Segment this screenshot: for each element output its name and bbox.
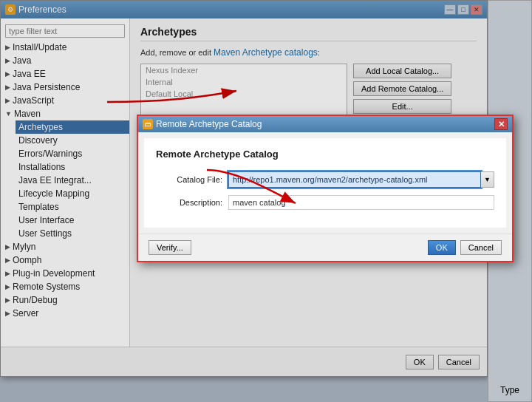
catalog-file-label: Catalog File: bbox=[156, 175, 222, 184]
catalog-file-row: Catalog File: ▼ bbox=[156, 171, 494, 188]
dialog-cancel-button[interactable]: Cancel bbox=[460, 240, 502, 255]
catalog-file-input[interactable] bbox=[228, 171, 481, 188]
dialog-title-left: 🗃 Remote Archetype Catalog bbox=[143, 119, 262, 129]
description-label: Description: bbox=[156, 198, 222, 207]
verify-button[interactable]: Verify... bbox=[149, 240, 191, 255]
description-row: Description: bbox=[156, 195, 494, 210]
dialog-ok-button[interactable]: OK bbox=[428, 240, 456, 255]
description-input[interactable] bbox=[228, 195, 494, 210]
dialog-icon: 🗃 bbox=[143, 119, 153, 129]
dialog-title: Remote Archetype Catalog bbox=[156, 119, 262, 129]
dialog-body: Remote Archetype Catalog Catalog File: ▼… bbox=[144, 138, 506, 228]
catalog-file-input-wrapper: ▼ bbox=[228, 171, 494, 188]
dialog-subtitle: Remote Archetype Catalog bbox=[156, 149, 494, 160]
dialog-close-button[interactable]: ✕ bbox=[494, 118, 508, 130]
dialog-footer-right: OK Cancel bbox=[428, 240, 502, 255]
dialog-title-bar: 🗃 Remote Archetype Catalog ✕ bbox=[138, 116, 512, 132]
catalog-file-dropdown-button[interactable]: ▼ bbox=[481, 171, 494, 188]
remote-catalog-dialog: 🗃 Remote Archetype Catalog ✕ Remote Arch… bbox=[137, 115, 514, 262]
dialog-footer: Verify... OK Cancel bbox=[138, 234, 512, 261]
